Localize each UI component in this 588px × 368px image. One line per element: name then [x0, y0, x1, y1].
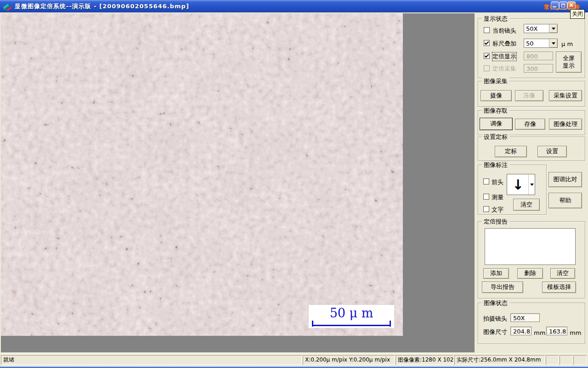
micrograph-image[interactable] [1, 13, 403, 336]
group-display-status-title: 显示状态 [482, 15, 509, 23]
image-size-label: 图像尺寸 [483, 328, 507, 336]
title-bar: 显微图像定倍系统--演示版 - [20090602055646.bmp] 常州仪… [0, 0, 588, 12]
scale-bar-line [312, 325, 390, 326]
chevron-down-icon [552, 28, 555, 30]
chevron-down-icon [552, 42, 555, 45]
calibrate-button[interactable]: 定标 [495, 146, 527, 157]
status-ready: 就绪 [1, 355, 302, 365]
freeze-button: 冻像 [515, 90, 543, 101]
app-icon [3, 1, 12, 11]
fixed-display-checkbox[interactable] [484, 53, 490, 59]
scale-bar-tick-right [390, 321, 391, 327]
shoot-lens-value-field: 50X [510, 313, 540, 322]
arrow-label: 箭头 [492, 178, 503, 186]
restore-icon [561, 4, 565, 7]
arrow-style-dropdown-button[interactable] [528, 174, 535, 195]
atlas-compare-button[interactable]: 图谱比对 [548, 172, 582, 187]
selected-arrow-glyph: ↓ [507, 174, 529, 195]
fixed-capture-field: 300 [524, 64, 553, 73]
arrow-style-combobox[interactable]: ↓ [507, 174, 535, 195]
scale-bar-label: 50 μ m [309, 305, 394, 322]
status-empty-panel [560, 355, 572, 365]
image-process-button[interactable]: 图像处理 [549, 119, 582, 130]
ruler-unit-label: μ m [561, 40, 573, 47]
group-report-title: 定倍报告 [482, 218, 509, 226]
scale-bar-tick-left [312, 321, 313, 327]
status-empty-panel [546, 355, 559, 365]
group-calibration-title: 设置定标 [482, 133, 509, 141]
ruler-overlay-label: 标尺叠加 [492, 40, 516, 48]
image-width-unit: mm [534, 329, 545, 336]
status-bar: 就绪 X:0.200μ m/pix Y:0.200μ m/pix 图像像素:12… [0, 353, 588, 367]
ruler-value-combobox[interactable]: 50 [524, 39, 558, 48]
help-button[interactable]: 帮助 [548, 193, 582, 208]
save-image-button[interactable]: 存像 [515, 119, 545, 130]
export-report-button[interactable]: 导出报告 [482, 282, 523, 293]
fixed-capture-checkbox [484, 65, 490, 71]
text-checkbox[interactable] [483, 206, 489, 212]
group-image-storage-title: 图像存取 [482, 107, 509, 115]
text-label: 文字 [492, 206, 503, 214]
shoot-button[interactable]: 摄像 [481, 90, 512, 101]
status-actual-size: 实际尺寸:256.0mm X 204.8mm [454, 355, 545, 365]
window-title: 显微图像定倍系统--演示版 - [20090602055646.bmp] [15, 2, 189, 11]
group-image-status: 图像状态 [478, 303, 585, 344]
fullscreen-display-button[interactable]: 全屏显示 [556, 52, 582, 73]
minimize-button[interactable] [551, 1, 559, 9]
group-image-capture-title: 图像采集 [482, 77, 509, 86]
image-viewport: 50 μ m [1, 13, 475, 352]
measure-label: 测量 [492, 193, 503, 201]
group-annotation-title: 图像标注 [482, 161, 509, 169]
ruler-value: 50 [526, 40, 534, 47]
close-button[interactable] [567, 1, 576, 9]
current-lens-checkbox[interactable] [484, 27, 490, 33]
minimize-icon [553, 6, 556, 7]
image-height-field: 163.8 [546, 327, 567, 335]
restore-button[interactable] [559, 1, 567, 9]
fixed-display-field: 800 [524, 52, 553, 60]
report-delete-button[interactable]: 删除 [517, 268, 543, 279]
group-calibration: 设置定标 [478, 137, 585, 161]
fixed-display-label: 定倍显示 [492, 52, 516, 61]
current-lens-value: 50X [526, 25, 537, 32]
ruler-overlay-checkbox[interactable] [484, 40, 490, 46]
close-tooltip: 关闭 [570, 9, 585, 19]
shoot-lens-label: 拍摄镜头 [483, 315, 507, 323]
fixed-capture-label: 定倍采集 [492, 65, 516, 73]
capture-settings-button[interactable]: 采集设置 [549, 90, 582, 101]
load-image-button[interactable]: 调像 [480, 118, 513, 130]
arrow-checkbox[interactable] [483, 178, 489, 184]
image-width-field: 204.8 [510, 327, 531, 335]
chevron-down-icon [530, 184, 534, 186]
report-clear-button[interactable]: 清空 [550, 268, 575, 279]
calibration-setup-button[interactable]: 设置 [537, 146, 567, 157]
current-lens-label: 当前镜头 [492, 27, 516, 35]
template-select-button[interactable]: 模板选择 [542, 282, 576, 293]
report-listbox[interactable] [485, 228, 576, 265]
measure-checkbox[interactable] [483, 194, 489, 200]
image-height-unit: mm [570, 329, 581, 336]
current-lens-combobox[interactable]: 50X [524, 24, 558, 33]
status-scale-xy: X:0.200μ m/pix Y:0.200μ m/pix [303, 355, 395, 365]
ruler-dropdown-button[interactable] [549, 39, 557, 47]
status-empty-panel [573, 355, 587, 365]
annotation-clear-button[interactable]: 清空 [513, 199, 540, 211]
checkmark-icon [485, 40, 489, 45]
status-image-pixels: 图像像素:1280 X 1024 [396, 355, 453, 365]
report-add-button[interactable]: 添加 [483, 268, 509, 279]
scale-bar-overlay: 50 μ m [309, 305, 394, 328]
current-lens-dropdown-button[interactable] [549, 24, 557, 33]
group-image-status-title: 图像状态 [482, 299, 509, 307]
checkmark-icon [485, 53, 489, 58]
